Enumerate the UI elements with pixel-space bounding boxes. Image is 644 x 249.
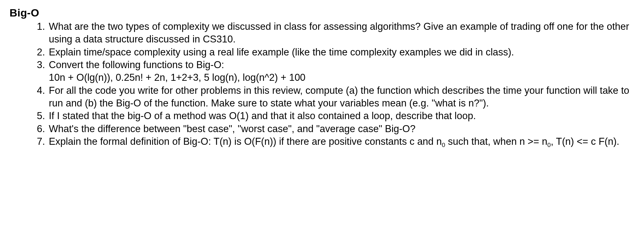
question-text: Explain time/space complexity using a re…	[49, 47, 514, 58]
question-number: 6.	[35, 123, 45, 135]
question-text: What are the two types of complexity we …	[49, 21, 629, 45]
question-item: 2. Explain time/space complexity using a…	[35, 46, 634, 59]
question-number: 1.	[35, 20, 45, 33]
question-item: 5. If I stated that the big-O of a metho…	[35, 110, 634, 122]
question-text: Explain the formal definition of Big-O: …	[49, 136, 619, 147]
question-item: 3. Convert the following functions to Bi…	[35, 59, 634, 84]
section-heading: Big-O	[10, 6, 634, 20]
question-item: 1. What are the two types of complexity …	[35, 20, 634, 46]
question-number: 7.	[35, 135, 45, 148]
question-text: Convert the following functions to Big-O…	[49, 59, 224, 70]
question-item: 6. What's the difference between "best c…	[35, 123, 634, 135]
question-number: 2.	[35, 46, 45, 59]
question-number: 3.	[35, 59, 45, 71]
question-item: 7. Explain the formal definition of Big-…	[35, 135, 634, 148]
question-item: 4. For all the code you write for other …	[35, 84, 634, 110]
question-text: For all the code you write for other pro…	[49, 85, 629, 109]
question-list: 1. What are the two types of complexity …	[10, 20, 634, 148]
question-number: 5.	[35, 110, 45, 122]
question-subtext: 10n + O(lg(n)), 0.25n! + 2n, 1+2+3, 5 lo…	[49, 72, 306, 83]
question-text: If I stated that the big-O of a method w…	[49, 110, 476, 121]
question-number: 4.	[35, 84, 45, 97]
question-text: What's the difference between "best case…	[49, 123, 415, 134]
